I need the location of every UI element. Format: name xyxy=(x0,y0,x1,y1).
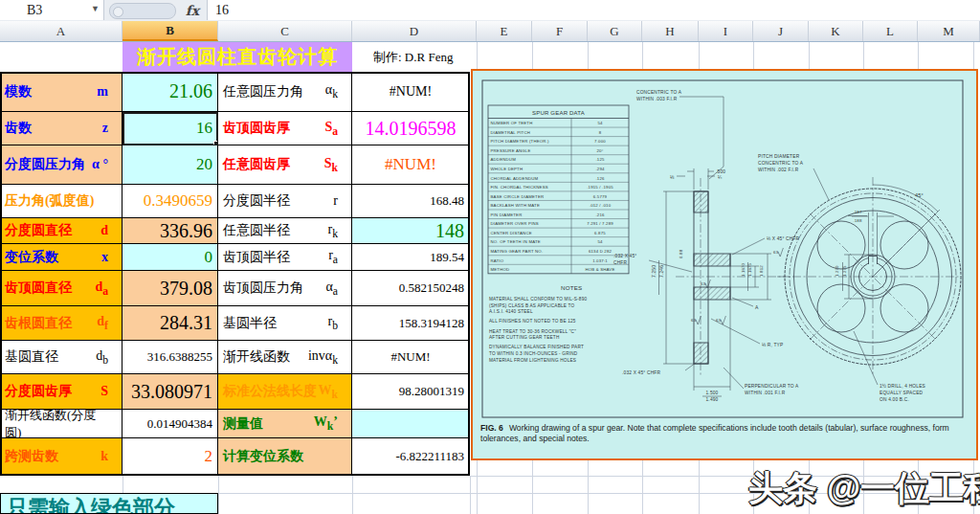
cell-A10[interactable]: 基圆直径db xyxy=(0,341,122,374)
row-label: 分度圆齿厚 xyxy=(5,383,72,400)
cell-B12[interactable]: 0.014904384 xyxy=(122,410,218,438)
cell-C10[interactable]: 渐开线函数invαk xyxy=(218,341,352,374)
svg-text:HOB & SHAVE: HOB & SHAVE xyxy=(585,267,614,272)
cell-D2[interactable]: #NUM! xyxy=(352,72,470,112)
row-label: 渐开线函数(分度圆) xyxy=(5,410,108,438)
sheet-title-cell[interactable]: 渐开线圆柱直齿轮计算 xyxy=(122,42,352,72)
cell-B3[interactable]: 16 xyxy=(122,112,218,145)
column-header-J[interactable]: J xyxy=(753,21,809,41)
cell-D7[interactable]: 189.54 xyxy=(352,244,470,271)
row-label: 齿数 xyxy=(5,120,32,137)
svg-text:NOTES: NOTES xyxy=(561,284,582,291)
symbol: αk xyxy=(325,82,338,101)
svg-text:.188: .188 xyxy=(853,218,862,223)
cell-C12[interactable]: 测量值Wk’ xyxy=(218,410,352,438)
cell-B10[interactable]: 316.6388255 xyxy=(122,341,218,374)
cell-C8[interactable]: 齿顶圆压力角αa xyxy=(218,271,352,306)
cell-A3[interactable]: 齿数z xyxy=(0,112,122,145)
cell-D11[interactable]: 98.28001319 xyxy=(352,374,470,410)
column-header-I[interactable]: I xyxy=(699,21,753,41)
svg-text:NO. OF TEETH IN MATE: NO. OF TEETH IN MATE xyxy=(491,239,541,244)
input-hint-cell[interactable]: 只需输入绿色部分 xyxy=(0,493,218,514)
drawing-border xyxy=(482,80,963,417)
svg-text:TO WITHIN 0.3 INCH-OUNCES - GR: TO WITHIN 0.3 INCH-OUNCES - GRIND xyxy=(489,351,578,356)
cell-C6[interactable]: 任意圆半径rk xyxy=(218,218,352,244)
center-lines xyxy=(676,177,959,376)
symbol: k xyxy=(100,449,108,464)
cell-A13[interactable]: 跨测齿数k xyxy=(0,438,122,476)
cell-B8[interactable]: 379.08 xyxy=(122,271,218,306)
column-header-A[interactable]: A xyxy=(0,21,122,41)
cell-A7[interactable]: 变位系数x xyxy=(0,244,122,271)
svg-text:.032 X 45°: .032 X 45° xyxy=(613,254,636,258)
cell-B13[interactable]: 2 xyxy=(122,438,218,476)
cell-A6[interactable]: 分度圆直径d xyxy=(0,218,122,244)
svg-text:CONCENTRIC TO A: CONCENTRIC TO A xyxy=(758,161,804,166)
cell-B9[interactable]: 284.31 xyxy=(122,306,218,341)
cell-B4[interactable]: 20 xyxy=(122,145,218,185)
cell-D4[interactable]: #NUM! xyxy=(352,145,470,185)
cell-B5[interactable]: 0.3490659 xyxy=(122,185,218,218)
cell-D9[interactable]: 158.3194128 xyxy=(352,306,470,341)
column-header-K[interactable]: K xyxy=(809,21,863,41)
formula-input[interactable]: 16 xyxy=(208,0,980,20)
spur-gear-data-table: SPUR GEAR DATANUMBER OF TEETH54DIAMETRAL… xyxy=(488,105,629,274)
svg-text:63: 63 xyxy=(773,250,779,255)
cell-D3[interactable]: 14.0196598 xyxy=(352,112,470,145)
cell-B6[interactable]: 336.96 xyxy=(122,218,218,244)
column-header-E[interactable]: E xyxy=(477,21,532,41)
cell-D13[interactable]: -6.822211183 xyxy=(352,438,470,476)
cell-C7[interactable]: 齿顶圆半径ra xyxy=(218,244,352,271)
cell-A11[interactable]: 分度圆齿厚S xyxy=(0,374,122,410)
row-label: 跨测齿数 xyxy=(5,448,58,465)
cell-C3[interactable]: 齿顶圆齿厚Sa xyxy=(218,112,352,145)
cell-A12[interactable]: 渐开线函数(分度圆) xyxy=(0,410,122,438)
excel-window: B3 ▼ fx 16 ABCDEFGHIJKLM 渐开线圆柱直齿轮计算 制作: … xyxy=(0,0,980,514)
cell-A9[interactable]: 齿根圆直径df xyxy=(0,306,122,341)
cell-B11[interactable]: 33.080971 xyxy=(122,374,218,410)
symbol: z xyxy=(102,121,108,136)
column-header-D[interactable]: D xyxy=(352,21,477,41)
cell-D8[interactable]: 0.582150248 xyxy=(352,271,470,306)
column-header-B[interactable]: B xyxy=(122,21,218,41)
cell-C2[interactable]: 任意圆压力角αk xyxy=(218,72,352,112)
cell-A2[interactable]: 模数m xyxy=(0,72,122,112)
svg-text:PIN DIAMETER: PIN DIAMETER xyxy=(491,212,523,217)
symbol: rk xyxy=(328,222,339,240)
name-box[interactable]: B3 ▼ xyxy=(0,0,104,20)
cell-B2[interactable]: 21.06 xyxy=(122,72,218,112)
maker-cell[interactable]: 制作: D.R Feng xyxy=(352,42,477,72)
spur-gear-drawing-image[interactable]: SPUR GEAR DATANUMBER OF TEETH54DIAMETRAL… xyxy=(471,69,978,460)
cell-C11[interactable]: 标准公法线长度Wk xyxy=(218,374,352,410)
cell-C13[interactable]: 计算变位系数 xyxy=(218,438,352,476)
symbol: S xyxy=(100,384,108,399)
column-header-L[interactable]: L xyxy=(863,21,918,41)
cell-B7[interactable]: 0 xyxy=(122,244,218,271)
cell-D10[interactable]: #NUM! xyxy=(352,341,470,374)
column-header-H[interactable]: H xyxy=(642,21,699,41)
svg-text:54: 54 xyxy=(597,121,603,125)
svg-text:⅛ X 45° CHFR: ⅛ X 45° CHFR xyxy=(767,236,800,241)
cell-C9[interactable]: 基圆半径rb xyxy=(218,306,352,341)
svg-text:1.500: 1.500 xyxy=(705,391,718,395)
column-header-G[interactable]: G xyxy=(588,21,642,41)
symbol: α ° xyxy=(92,157,108,172)
cell-A5[interactable]: 压力角(弧度值) xyxy=(0,185,122,218)
cell-C4[interactable]: 任意圆齿厚Sk xyxy=(218,145,352,185)
cell-D6[interactable]: 148 xyxy=(352,218,470,244)
column-header-F[interactable]: F xyxy=(532,21,588,41)
cell-A8[interactable]: 齿顶圆直径da xyxy=(0,271,122,306)
name-box-dropdown-icon[interactable]: ▼ xyxy=(91,4,100,13)
cell-C5[interactable]: 分度圆半径r xyxy=(218,185,352,218)
svg-text:¼: ¼ xyxy=(718,174,723,180)
cell-A4[interactable]: 分度圆压力角α ° xyxy=(0,145,122,185)
sheet-grid: 渐开线圆柱直齿轮计算 制作: D.R Feng 模数m21.06任意圆压力角αk… xyxy=(0,42,980,514)
column-header-M[interactable]: M xyxy=(918,21,980,41)
svg-text:⅛ R, TYP: ⅛ R, TYP xyxy=(762,343,783,347)
svg-text:20°: 20° xyxy=(596,148,603,153)
cell-D12[interactable] xyxy=(352,410,470,438)
column-header-C[interactable]: C xyxy=(218,21,352,41)
name-box-value: B3 xyxy=(0,3,42,18)
cell-D5[interactable]: 168.48 xyxy=(352,185,470,218)
insert-function-icon[interactable]: fx xyxy=(180,1,205,20)
